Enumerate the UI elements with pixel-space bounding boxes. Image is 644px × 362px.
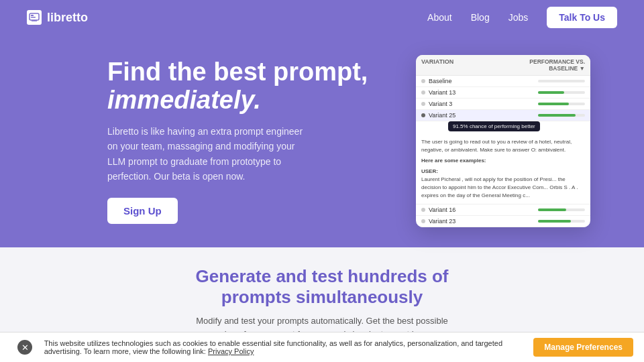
bar-track <box>538 114 585 117</box>
section2-headline: Generate and test hundreds of prompts si… <box>13 266 631 308</box>
cookie-message: This website utilizes technologies such … <box>44 339 502 355</box>
row-indicator <box>421 90 425 95</box>
table-row-highlighted: Variant 25 <box>416 110 590 121</box>
bar-area <box>507 91 586 94</box>
bar-track <box>538 80 585 82</box>
talk-button[interactable]: Talk To Us <box>547 7 617 28</box>
cookie-banner: ✕ This website utilizes technologies suc… <box>0 332 644 362</box>
bar-fill <box>538 114 576 117</box>
tooltip-bubble: 91.5% chance of performing better <box>448 121 540 131</box>
bar-area <box>507 80 586 82</box>
manage-preferences-button[interactable]: Manage Preferences <box>533 338 633 357</box>
hero-headline-line1: Find the best prompt, <box>107 58 368 86</box>
col-variation-header: VARIATION <box>421 58 503 72</box>
bar-fill <box>538 220 571 223</box>
detail-text: The user is going to read out to you a r… <box>421 139 572 153</box>
bar-track <box>538 91 585 94</box>
card-header: VARIATION PERFORMANCE VS. BASELINE ▼ <box>416 55 590 76</box>
nav-blog[interactable]: Blog <box>471 12 490 23</box>
svg-rect-3 <box>31 15 34 16</box>
row-indicator <box>421 219 425 223</box>
privacy-policy-link[interactable]: Privacy Policy <box>208 347 254 355</box>
bar-area <box>507 208 586 211</box>
navbar: libretto About Blog Jobs Talk To Us <box>0 0 644 35</box>
table-row: Variant 3 <box>416 99 590 110</box>
detail-user-label: USER: <box>421 168 585 176</box>
tooltip-row: 91.5% chance of performing better <box>416 121 590 134</box>
svg-rect-4 <box>31 17 36 18</box>
row-label: Variant 3 <box>429 101 507 107</box>
row-indicator <box>421 79 425 83</box>
hero-headline-line2: immediately. <box>107 86 261 114</box>
cookie-close-button[interactable]: ✕ <box>17 340 32 355</box>
section2-headline-line2: prompts simultaneously <box>221 287 423 307</box>
card-detail: The user is going to read out to you a r… <box>416 134 590 204</box>
bar-fill <box>538 91 564 94</box>
cookie-text: This website utilizes technologies such … <box>44 339 514 355</box>
signup-button[interactable]: Sign Up <box>107 198 178 224</box>
logo-text: libretto <box>47 11 88 25</box>
bar-area <box>507 114 586 117</box>
row-label: Variant 25 <box>429 112 507 119</box>
row-indicator <box>421 102 425 106</box>
table-row: Variant 13 <box>416 87 590 99</box>
bar-track <box>538 208 585 211</box>
nav-links: About Blog Jobs Talk To Us <box>427 7 617 28</box>
row-label: Variant 13 <box>429 89 507 96</box>
logo: libretto <box>27 10 88 25</box>
detail-user-text: Laurent Picheral , will not apply for th… <box>421 176 585 200</box>
row-label: Baseline <box>429 78 507 84</box>
row-label: Variant 16 <box>429 206 507 213</box>
row-indicator <box>421 113 425 117</box>
hero-description: Libretto is like having an extra prompt … <box>107 124 315 184</box>
row-label: Variant 23 <box>429 218 507 225</box>
col-performance-header: PERFORMANCE VS. BASELINE ▼ <box>503 58 585 72</box>
hero-headline: Find the best prompt, immediately. <box>107 58 389 115</box>
table-row: Variant 16 <box>416 204 590 216</box>
bar-area <box>507 103 586 105</box>
bar-area <box>507 220 586 223</box>
bar-track <box>538 220 585 223</box>
table-row: Variant 23 <box>416 216 590 227</box>
row-indicator <box>421 208 425 212</box>
bar-track <box>538 103 585 105</box>
dashboard-card: VARIATION PERFORMANCE VS. BASELINE ▼ Bas… <box>416 55 590 227</box>
table-row: Baseline <box>416 76 590 87</box>
bar-fill <box>538 208 566 211</box>
section2-headline-line1: Generate and test hundreds of <box>195 266 448 286</box>
hero-section: Find the best prompt, immediately. Libre… <box>0 35 644 247</box>
nav-about[interactable]: About <box>427 12 452 23</box>
bar-fill <box>538 103 569 105</box>
nav-jobs[interactable]: Jobs <box>508 12 529 23</box>
detail-examples: Here are some examples: <box>421 157 585 165</box>
hero-text: Find the best prompt, immediately. Libre… <box>107 58 389 223</box>
logo-icon <box>27 10 42 25</box>
